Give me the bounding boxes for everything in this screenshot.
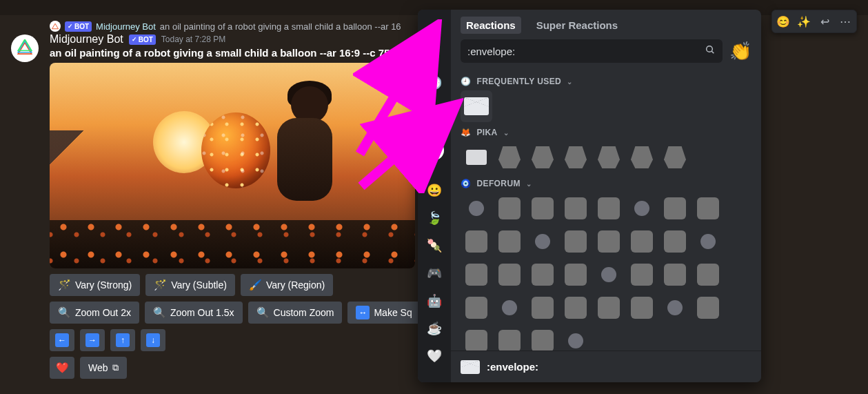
emoji-d16[interactable] bbox=[692, 226, 724, 257]
emoji-d26[interactable] bbox=[494, 292, 525, 324]
emoji-d2[interactable] bbox=[494, 193, 525, 224]
emoji-nav-clock[interactable]: 🕘 bbox=[423, 72, 445, 94]
emoji-d5[interactable] bbox=[593, 193, 625, 224]
button-vary-region-[interactable]: 🖌️Vary (Region) bbox=[241, 274, 333, 296]
emoji-d36[interactable] bbox=[560, 325, 592, 351]
emoji-d32[interactable] bbox=[692, 292, 724, 324]
emoji-d25[interactable] bbox=[461, 292, 492, 324]
emoji-d27[interactable] bbox=[527, 292, 558, 324]
category-label: PIKA bbox=[476, 128, 497, 137]
emoji-category-header-frequently-used[interactable]: 🕘FREQUENTLY USED⌄ bbox=[461, 71, 751, 90]
emoji-nav-fox[interactable]: 🦊 bbox=[423, 112, 445, 134]
emoji-fen2[interactable] bbox=[527, 141, 558, 173]
button-web[interactable]: Web⧉ bbox=[80, 357, 127, 379]
emoji-d34[interactable] bbox=[494, 325, 525, 351]
emoji-d24[interactable] bbox=[692, 259, 724, 290]
emoji-d4[interactable] bbox=[560, 193, 592, 224]
emoji-nav-heart[interactable]: 🤍 bbox=[423, 345, 445, 367]
button-label: Vary (Region) bbox=[266, 279, 325, 290]
search-icon bbox=[705, 44, 716, 58]
pan-arrow-button[interactable]: ↑ bbox=[110, 329, 135, 351]
emoji-search-box bbox=[461, 39, 723, 63]
pan-arrow-button[interactable]: → bbox=[80, 329, 105, 351]
pan-arrow-button[interactable]: ↓ bbox=[141, 329, 165, 351]
emoji-d11[interactable] bbox=[527, 226, 558, 257]
emoji-bars[interactable] bbox=[461, 141, 492, 173]
author-avatar[interactable] bbox=[11, 35, 39, 62]
emoji-d18[interactable] bbox=[494, 259, 525, 290]
emoji-d30[interactable] bbox=[626, 292, 658, 324]
emoji-nav-cup[interactable]: ☕ bbox=[423, 317, 445, 339]
reply-button[interactable]: ↩ bbox=[815, 12, 834, 31]
category-icon: 🧿 bbox=[461, 179, 471, 188]
emoji-d3[interactable] bbox=[527, 193, 558, 224]
emoji-d10[interactable] bbox=[494, 226, 525, 257]
emoji-nav-bot[interactable]: 🤖 bbox=[423, 290, 445, 312]
add-super-reaction-button[interactable]: ✨ bbox=[794, 12, 814, 31]
emoji-fen1[interactable] bbox=[494, 141, 525, 173]
emoji-envelope[interactable] bbox=[461, 90, 492, 122]
emoji-d7[interactable] bbox=[659, 193, 691, 224]
category-icon: 🦊 bbox=[461, 128, 471, 137]
button-label: Make Sq bbox=[374, 307, 412, 318]
emoji-nav-pop[interactable]: 🍡 bbox=[423, 235, 445, 257]
emoji-nav-game[interactable]: 🎮 bbox=[423, 262, 445, 284]
emoji-nav-boat[interactable]: ⛵ bbox=[423, 139, 445, 161]
tab-reactions[interactable]: Reactions bbox=[461, 17, 521, 34]
button-custom-zoom[interactable]: 🔍Custom Zoom bbox=[248, 302, 343, 324]
emoji-category-header-pika[interactable]: 🦊PIKA⌄ bbox=[461, 122, 751, 141]
emoji-d21[interactable] bbox=[593, 259, 625, 290]
emoji-d20[interactable] bbox=[560, 259, 592, 290]
emoji-fen3[interactable] bbox=[560, 141, 592, 173]
emoji-search-input[interactable] bbox=[467, 46, 705, 57]
emoji-nav-leaf[interactable]: 🍃 bbox=[423, 207, 445, 229]
svg-point-0 bbox=[707, 46, 713, 52]
button-vary-subtle-[interactable]: 🪄Vary (Subtle) bbox=[145, 274, 235, 296]
emoji-d35[interactable] bbox=[527, 325, 558, 351]
emoji-nav-face[interactable]: 😀 bbox=[423, 179, 445, 201]
more-actions-button[interactable]: ⋯ bbox=[836, 12, 855, 31]
emoji-d31[interactable] bbox=[659, 292, 691, 324]
emoji-d17[interactable] bbox=[461, 259, 492, 290]
image-attachment[interactable] bbox=[50, 63, 415, 268]
emoji-d6[interactable] bbox=[626, 193, 658, 224]
emoji-d19[interactable] bbox=[527, 259, 558, 290]
emoji-d8[interactable] bbox=[692, 193, 724, 224]
tab-super-reactions[interactable]: Super Reactions bbox=[531, 17, 623, 34]
button-zoom-out-2x[interactable]: 🔍Zoom Out 2x bbox=[50, 302, 139, 324]
chevron-down-icon: ⌄ bbox=[567, 78, 572, 86]
emoji-fen6[interactable] bbox=[659, 141, 691, 173]
bot-badge: BOT bbox=[129, 35, 156, 45]
button-make-sq[interactable]: ↔Make Sq bbox=[347, 302, 420, 324]
emoji-d13[interactable] bbox=[593, 226, 625, 257]
emoji-d33[interactable] bbox=[461, 325, 492, 351]
button-icon: ❤️ bbox=[56, 362, 69, 374]
skin-tone-picker[interactable]: 👏 bbox=[729, 42, 751, 60]
emoji-d14[interactable] bbox=[626, 226, 658, 257]
emoji-category-header-deforum[interactable]: 🧿DEFORUM⌄ bbox=[461, 173, 751, 193]
emoji-picker: 🕘🦊⛵😀🍃🍡🎮🤖☕🤍 Reactions Super Reactions 👏 🕘… bbox=[418, 10, 761, 382]
add-reaction-button[interactable]: 😊 bbox=[774, 12, 793, 31]
envelope-icon bbox=[461, 360, 480, 374]
emoji-d1[interactable] bbox=[461, 193, 492, 224]
emoji-d15[interactable] bbox=[659, 226, 691, 257]
emoji-d22[interactable] bbox=[626, 259, 658, 290]
message-hover-actions: 😊 ✨ ↩ ⋯ bbox=[771, 10, 857, 33]
emoji-d29[interactable] bbox=[593, 292, 625, 324]
pan-arrow-button[interactable]: ← bbox=[50, 329, 74, 351]
emoji-d23[interactable] bbox=[659, 259, 691, 290]
emoji-d12[interactable] bbox=[560, 226, 592, 257]
emoji-d9[interactable] bbox=[461, 226, 492, 257]
button-zoom-out-1-5x[interactable]: 🔍Zoom Out 1.5x bbox=[145, 302, 243, 324]
emoji-d28[interactable] bbox=[560, 292, 592, 324]
author-name[interactable]: Midjourney Bot bbox=[50, 33, 123, 46]
emoji-fen4[interactable] bbox=[593, 141, 625, 173]
external-link-icon: ⧉ bbox=[112, 362, 119, 373]
button--[interactable]: ❤️ bbox=[50, 357, 74, 379]
reply-avatar bbox=[50, 21, 61, 32]
button-icon: 🖌️ bbox=[249, 279, 262, 291]
reply-text: an oil painting of a robot giving a smal… bbox=[160, 21, 401, 32]
button-label: Vary (Strong) bbox=[75, 279, 132, 290]
button-vary-strong-[interactable]: 🪄Vary (Strong) bbox=[50, 274, 140, 296]
emoji-fen5[interactable] bbox=[626, 141, 658, 173]
